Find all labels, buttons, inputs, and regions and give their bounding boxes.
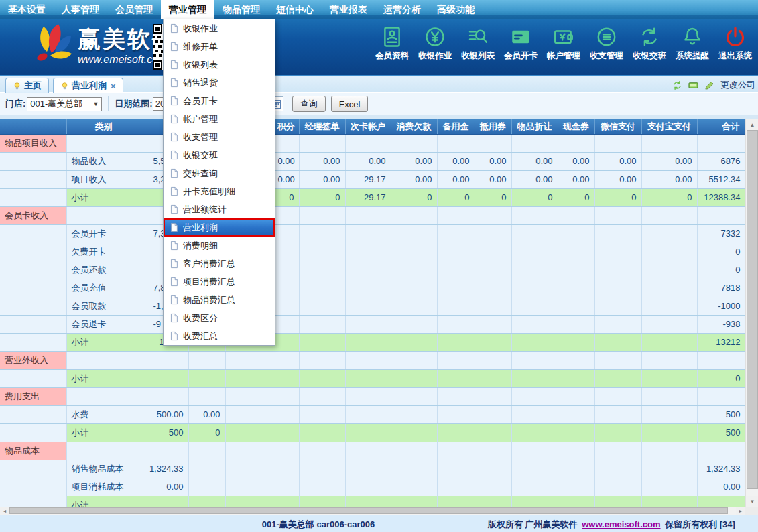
toolbar-cashier-list[interactable]: 收银列表 [456, 25, 499, 62]
column-header[interactable]: 次卡帐户 [345, 119, 391, 134]
toolbar-system-remind[interactable]: 系统提醒 [671, 25, 714, 62]
value-cell [511, 496, 558, 507]
value-cell [475, 261, 511, 279]
value-cell [273, 387, 299, 405]
toolbar-item-label: 退出系统 [718, 50, 752, 62]
value-cell [475, 279, 511, 297]
horizontal-scroll-thumb[interactable] [9, 507, 728, 514]
dropdown-item[interactable]: 收费区分 [164, 309, 275, 327]
toolbar-income-expense[interactable]: 收支管理 [585, 25, 628, 62]
menubar-item[interactable]: 人事管理 [54, 0, 107, 19]
column-header[interactable]: 经理签单 [299, 119, 345, 134]
dropdown-item[interactable]: 营业利润 [164, 218, 275, 237]
scroll-up-button[interactable]: ▲ [746, 119, 758, 130]
dropdown-item-label: 帐户管理 [183, 113, 218, 125]
toolbar-member-profile[interactable]: 会员资料 [371, 25, 414, 62]
column-header[interactable]: 物品折让 [511, 119, 558, 134]
scroll-right-button[interactable]: ► [736, 507, 745, 515]
value-cell [299, 261, 345, 279]
page-icon [170, 168, 178, 178]
value-cell [345, 297, 391, 315]
tab-active[interactable]: 营业利润× [53, 78, 123, 93]
dropdown-item[interactable]: 客户消费汇总 [164, 255, 275, 273]
dropdown-item[interactable]: 交班查询 [164, 164, 275, 182]
value-cell [511, 333, 558, 351]
value-cell [437, 351, 475, 369]
dropdown-item[interactable]: 收银作业 [164, 19, 275, 38]
table-row: 小计0029.17000000012388.34 [0, 188, 745, 206]
toolbar-cashier-work[interactable]: 收银作业 [414, 25, 456, 62]
column-header[interactable]: 微信支付 [594, 119, 641, 134]
change-company-link[interactable]: 更改公司 [720, 79, 755, 91]
table-row: 水费500.000.00500 [0, 405, 745, 423]
row-lead-cell [0, 405, 66, 423]
store-select[interactable]: 001-赢美总部 ▼ [27, 97, 102, 111]
value-cell [558, 423, 594, 442]
menubar-item[interactable]: 会员管理 [107, 0, 161, 19]
column-header[interactable]: 消费欠款 [391, 119, 437, 134]
value-cell [188, 478, 225, 496]
scroll-down-button[interactable]: ▼ [746, 496, 758, 507]
tab-actions: 更改公司 [664, 78, 755, 92]
query-button[interactable]: 查询 [292, 96, 326, 112]
horizontal-scrollbar[interactable]: ◄ ► [0, 507, 745, 515]
dropdown-item[interactable]: 收银交班 [164, 146, 275, 164]
column-header[interactable]: 合计 [697, 119, 745, 134]
dropdown-item[interactable]: 帐户管理 [164, 110, 275, 128]
value-cell [697, 351, 745, 369]
dropdown-item[interactable]: 销售退货 [164, 74, 275, 92]
tab-home[interactable]: 主页 [5, 78, 49, 93]
menubar-item[interactable]: 高级功能 [429, 0, 483, 19]
dropdown-item[interactable]: 消费明细 [164, 237, 275, 255]
dropdown-item[interactable]: 开卡充值明细 [164, 182, 275, 200]
column-header[interactable] [0, 119, 66, 134]
dropdown-item[interactable]: 物品消费汇总 [164, 291, 275, 309]
menubar-item[interactable]: 基本设置 [0, 0, 54, 19]
dropdown-item[interactable]: 项目消费汇总 [164, 273, 275, 291]
menubar-item[interactable]: 物品管理 [214, 0, 268, 19]
dropdown-item[interactable]: 维修开单 [164, 38, 275, 56]
dropdown-item[interactable]: 收费汇总 [164, 327, 275, 345]
value-cell [697, 134, 745, 152]
toolbar-account-manage[interactable]: 帐户管理 [542, 25, 585, 62]
vertical-scroll-thumb[interactable] [747, 130, 758, 489]
value-cell [345, 279, 391, 297]
toolbar-cashier-shift[interactable]: 收银交班 [628, 25, 671, 62]
refresh-icon[interactable] [672, 80, 682, 90]
column-header[interactable]: 积分 [273, 119, 299, 134]
dropdown-item[interactable]: 会员开卡 [164, 92, 275, 110]
value-cell: 0 [641, 188, 697, 206]
value-cell [594, 496, 641, 507]
toolbar-exit-system[interactable]: 退出系统 [714, 25, 757, 62]
column-header[interactable]: 类别 [66, 119, 141, 134]
column-header[interactable]: 抵用券 [475, 119, 511, 134]
column-header[interactable]: 现金券 [558, 119, 594, 134]
menubar-item[interactable]: 营业报表 [322, 0, 375, 19]
toolbar-member-card-open[interactable]: 会员开卡 [499, 25, 542, 62]
pencil-icon[interactable] [704, 80, 714, 90]
vertical-scrollbar[interactable]: ▲ ▼ [745, 119, 758, 507]
scroll-left-button[interactable]: ◄ [0, 507, 9, 515]
dropdown-item[interactable]: 收银列表 [164, 56, 275, 74]
card-icon[interactable] [688, 80, 698, 90]
table-row: 会员开卡7,37332 [0, 224, 745, 243]
category-cell [66, 442, 141, 460]
excel-button[interactable]: Excel [331, 96, 369, 112]
value-cell [475, 351, 511, 369]
footer-statusbar: 001-赢美总部 car006-car006 版权所有 广州赢美软件 www.e… [0, 515, 758, 532]
value-cell [558, 478, 594, 496]
dropdown-item[interactable]: 营业额统计 [164, 200, 275, 218]
value-cell [273, 134, 299, 152]
value-cell: 0.00 [273, 170, 299, 188]
value-cell [594, 243, 641, 261]
emeisoft-link[interactable]: www.emeisoft.com [582, 519, 660, 529]
close-icon[interactable]: × [111, 81, 116, 91]
dropdown-item[interactable]: 收支管理 [164, 128, 275, 146]
value-cell [558, 134, 594, 152]
category-cell: 会员开卡 [66, 224, 141, 243]
column-header[interactable]: 支付宝支付 [641, 119, 697, 134]
column-header[interactable]: 备用金 [437, 119, 475, 134]
menubar-item[interactable]: 短信中心 [268, 0, 322, 19]
menubar-item[interactable]: 营业管理 [161, 0, 214, 19]
menubar-item[interactable]: 运营分析 [375, 0, 429, 19]
